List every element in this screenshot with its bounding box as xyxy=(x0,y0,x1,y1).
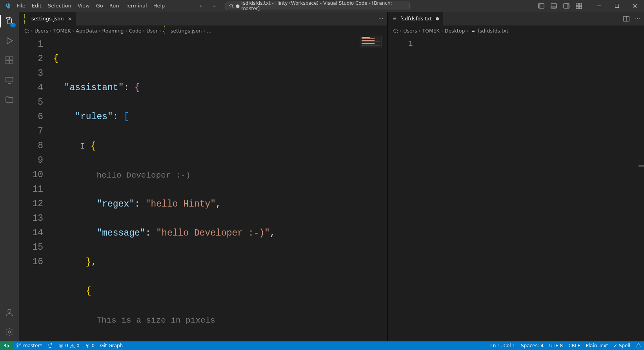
minimap[interactable] xyxy=(360,36,382,47)
nav-back-icon[interactable]: ← xyxy=(199,3,204,9)
explorer-icon[interactable]: 1 xyxy=(4,16,15,27)
accounts-icon[interactable] xyxy=(4,307,15,318)
vscode-logo-icon xyxy=(0,3,14,9)
tab-settings-json[interactable]: { } settings.json × xyxy=(19,12,76,25)
menu-view[interactable]: View xyxy=(75,0,93,12)
extensions-icon[interactable] xyxy=(4,55,15,66)
svg-point-28 xyxy=(20,344,21,345)
crumb[interactable]: TOMEK xyxy=(422,28,439,34)
crumb[interactable]: Desktop xyxy=(445,28,465,34)
status-spell[interactable]: ✓Spell xyxy=(611,341,633,350)
editor-left[interactable]: 1 2 3 4 5 6 7 8 9 10 11 12 13 xyxy=(19,36,387,341)
split-editor-icon[interactable] xyxy=(623,16,629,22)
tabs-left: { } settings.json × ⋯ xyxy=(19,12,387,25)
run-debug-icon[interactable] xyxy=(4,35,15,46)
gutter-left: 1 2 3 4 5 6 7 8 9 10 11 12 13 xyxy=(19,36,53,341)
status-gitgraph[interactable]: Git Graph xyxy=(97,341,126,350)
settings-gear-icon[interactable] xyxy=(4,326,15,337)
menu-terminal[interactable]: Terminal xyxy=(122,0,150,12)
status-ports[interactable]: 0 xyxy=(82,341,98,350)
status-sync[interactable] xyxy=(45,341,56,350)
menu-help[interactable]: Help xyxy=(150,0,168,12)
status-branch[interactable]: master* xyxy=(13,341,45,350)
svg-rect-11 xyxy=(579,6,582,9)
nav-forward-icon[interactable]: → xyxy=(211,3,216,9)
status-eol[interactable]: CRLF xyxy=(566,341,583,350)
breadcrumbs-left[interactable]: C:› Users› TOMEK› AppData› Roaming› Code… xyxy=(19,25,387,36)
svg-rect-7 xyxy=(567,4,569,8)
menu-file[interactable]: File xyxy=(14,0,29,12)
text-cursor-icon: I xyxy=(80,141,85,151)
crumb[interactable]: User xyxy=(147,28,158,34)
crumb[interactable]: C: xyxy=(393,28,398,34)
crumb[interactable]: ... xyxy=(207,28,211,34)
breadcrumbs-right[interactable]: C:› Users› TOMEK› Desktop› ≡ fsdfdsfds.t… xyxy=(387,25,644,36)
remote-indicator-icon[interactable] xyxy=(0,341,13,350)
svg-rect-18 xyxy=(10,61,13,64)
svg-point-22 xyxy=(8,309,11,312)
svg-rect-3 xyxy=(538,4,540,8)
activity-bar: 1 xyxy=(0,12,19,341)
svg-point-23 xyxy=(8,331,11,333)
more-actions-icon[interactable]: ⋯ xyxy=(635,16,640,22)
crumb[interactable]: Roaming xyxy=(102,28,124,34)
status-encoding[interactable]: UTF-8 xyxy=(546,341,566,350)
gutter-right: 1 xyxy=(387,36,423,341)
dirty-indicator-icon xyxy=(436,17,439,20)
close-icon[interactable]: × xyxy=(68,16,72,22)
crumb[interactable]: Users xyxy=(35,28,48,34)
tab-fsdfdsfds[interactable]: ≡ fsdfdsfds.txt xyxy=(387,12,443,25)
crumb[interactable]: C: xyxy=(24,28,29,34)
crumb[interactable]: Users xyxy=(403,28,417,34)
status-language[interactable]: Plain Text xyxy=(583,341,611,350)
svg-rect-13 xyxy=(615,4,619,8)
status-lncol[interactable]: Ln 1, Col 1 xyxy=(488,341,518,350)
svg-line-1 xyxy=(232,7,233,8)
text-file-icon: ≡ xyxy=(391,16,398,22)
code-area-left[interactable]: { "assistant": { "rules": [ I { hello De… xyxy=(53,36,387,341)
crumb[interactable]: TOMEK xyxy=(53,28,71,34)
crumb[interactable]: AppData xyxy=(76,28,97,34)
svg-rect-20 xyxy=(6,77,13,82)
svg-rect-8 xyxy=(576,3,579,5)
toggle-panel-bottom-icon[interactable] xyxy=(551,3,557,9)
svg-point-0 xyxy=(230,4,233,7)
window-minimize-icon[interactable] xyxy=(590,0,608,12)
remote-explorer-icon[interactable] xyxy=(4,74,15,85)
json-file-icon: { } xyxy=(163,27,169,34)
window-close-icon[interactable] xyxy=(626,0,644,12)
command-center-title: fsdfdsfds.txt - Hinty (Workspace) - Visu… xyxy=(241,0,406,11)
svg-point-26 xyxy=(17,344,18,345)
status-spaces[interactable]: Spaces: 4 xyxy=(518,341,546,350)
menu-run[interactable]: Run xyxy=(106,0,122,12)
toggle-panel-right-icon[interactable] xyxy=(563,3,569,9)
menu-selection[interactable]: Selection xyxy=(45,0,75,12)
toggle-panel-left-icon[interactable] xyxy=(538,3,544,9)
inline-hint: hello Developer :-) xyxy=(96,171,190,180)
menu-go[interactable]: Go xyxy=(93,0,106,12)
editor-group-right: ≡ fsdfdsfds.txt ⋯ C:› Users› TOMEK› Desk… xyxy=(387,12,644,341)
svg-rect-17 xyxy=(6,61,9,64)
more-actions-icon[interactable]: ⋯ xyxy=(378,16,383,22)
error-icon xyxy=(58,343,64,348)
status-notifications-icon[interactable] xyxy=(633,341,644,350)
command-center[interactable]: ● fsdfdsfds.txt - Hinty (Workspace) - Vi… xyxy=(226,2,410,10)
sync-icon xyxy=(47,343,53,348)
text-file-icon: ≡ xyxy=(470,27,476,34)
menu-edit[interactable]: Edit xyxy=(29,0,45,12)
status-problems[interactable]: 0 0 xyxy=(56,341,82,350)
crumb[interactable]: Code xyxy=(129,28,142,34)
customize-layout-icon[interactable] xyxy=(576,3,582,9)
tab-label: fsdfdsfds.txt xyxy=(400,16,432,22)
editor-right[interactable]: 1 xyxy=(387,36,644,341)
crumb[interactable]: settings.json xyxy=(171,28,202,34)
svg-rect-10 xyxy=(576,6,579,9)
explorer-badge: 1 xyxy=(10,23,16,27)
warning-icon xyxy=(70,343,75,348)
window-maximize-icon[interactable] xyxy=(608,0,626,12)
folder-icon[interactable] xyxy=(4,94,15,105)
code-area-right[interactable] xyxy=(423,36,644,341)
crumb[interactable]: fsdfdsfds.txt xyxy=(478,28,508,34)
radio-tower-icon xyxy=(85,343,90,348)
statusbar: master* 0 0 0 Git Graph Ln 1, Col 1 Spac… xyxy=(0,341,644,350)
